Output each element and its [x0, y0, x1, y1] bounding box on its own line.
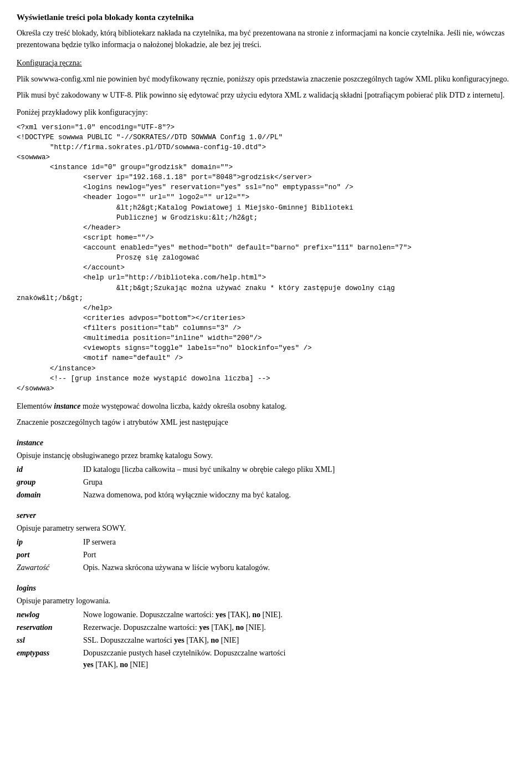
intro-paragraph: Określa czy treść blokady, którą bibliot… — [17, 27, 515, 50]
attr-name: id — [17, 464, 83, 475]
section-logins-attrs: newlog Nowe logowanie. Dopuszczalne wart… — [17, 609, 515, 670]
attr-desc: Port — [83, 549, 515, 561]
config-text2: Plik musi być zakodowany w UTF-8. Plik p… — [17, 89, 515, 101]
section-instance-name: instance — [17, 437, 515, 449]
section-logins-desc: Opisuje parametry logowania. — [17, 595, 515, 607]
config-text1: Plik sowwwa-config.xml nie powinien być … — [17, 73, 515, 85]
section-logins-name: logins — [17, 582, 515, 594]
attr-desc: Nazwa domenowa, pod którą wyłącznie wido… — [83, 489, 515, 501]
attr-name: domain — [17, 489, 83, 501]
attr-row: emptypass Dopuszczanie pustych haseł czy… — [17, 647, 515, 670]
elements-text1: Elementów — [17, 402, 54, 410]
attr-desc: Grupa — [83, 476, 515, 488]
section-instance-desc: Opisuje instancję obsługiwanego przez br… — [17, 450, 515, 461]
section-server-attrs: ip IP serwera port Port Zawartość Opis. … — [17, 536, 515, 573]
attr-desc: ID katalogu [liczba całkowita – musi być… — [83, 464, 515, 475]
config-heading: Konfiguracja ręczna: — [17, 57, 515, 69]
attr-desc: Rezerwacje. Dopuszczalne wartości: yes [… — [83, 622, 515, 633]
attr-row: reservation Rezerwacje. Dopuszczalne war… — [17, 622, 515, 633]
elements-text2: może występować dowolna liczba, każdy ok… — [81, 402, 287, 410]
attr-desc: Nowe logowanie. Dopuszczalne wartości: y… — [83, 609, 515, 621]
attr-name: ip — [17, 536, 83, 548]
page-container: Wyświetlanie treści pola blokady konta c… — [17, 11, 515, 670]
attr-row: port Port — [17, 549, 515, 561]
attr-row: Zawartość Opis. Nazwa skrócona używana w… — [17, 562, 515, 573]
attr-row: domain Nazwa domenowa, pod którą wyłączn… — [17, 489, 515, 501]
section-server-name: server — [17, 510, 515, 521]
section-server-desc: Opisuje parametry serwera SOWY. — [17, 522, 515, 534]
attr-desc: Dopuszczanie pustych haseł czytelników. … — [83, 647, 515, 670]
attr-desc: IP serwera — [83, 536, 515, 548]
code-block: <?xml version="1.0" encoding="UTF-8"?> <… — [17, 123, 515, 394]
page-title: Wyświetlanie treści pola blokady konta c… — [17, 11, 515, 24]
attr-name: ssl — [17, 634, 83, 646]
section-instance: instance Opisuje instancję obsługiwanego… — [17, 437, 515, 501]
attr-row: ssl SSL. Dopuszczalne wartości yes [TAK]… — [17, 634, 515, 646]
sections-container: instance Opisuje instancję obsługiwanego… — [17, 437, 515, 670]
elements-text3: Znaczenie poszczególnych tagów i atrybut… — [17, 416, 515, 428]
attr-row: group Grupa — [17, 476, 515, 488]
attr-name: emptypass — [17, 647, 83, 670]
attr-name: port — [17, 549, 83, 561]
attr-row: newlog Nowe logowanie. Dopuszczalne wart… — [17, 609, 515, 621]
attr-name: group — [17, 476, 83, 488]
attr-desc: SSL. Dopuszczalne wartości yes [TAK], no… — [83, 634, 515, 646]
attr-name: Zawartość — [17, 562, 83, 573]
elements-text: Elementów instance może występować dowol… — [17, 400, 515, 412]
instance-bold: instance — [54, 402, 80, 410]
attr-row: id ID katalogu [liczba całkowita – musi … — [17, 464, 515, 475]
section-server: server Opisuje parametry serwera SOWY. i… — [17, 510, 515, 573]
attr-name: reservation — [17, 622, 83, 633]
example-heading: Poniżej przykładowy plik konfiguracyjny: — [17, 106, 515, 118]
attr-name: newlog — [17, 609, 83, 621]
attr-desc: Opis. Nazwa skrócona używana w liście wy… — [83, 562, 515, 573]
section-logins: logins Opisuje parametry logowania. newl… — [17, 582, 515, 670]
section-instance-attrs: id ID katalogu [liczba całkowita – musi … — [17, 464, 515, 501]
attr-row: ip IP serwera — [17, 536, 515, 548]
